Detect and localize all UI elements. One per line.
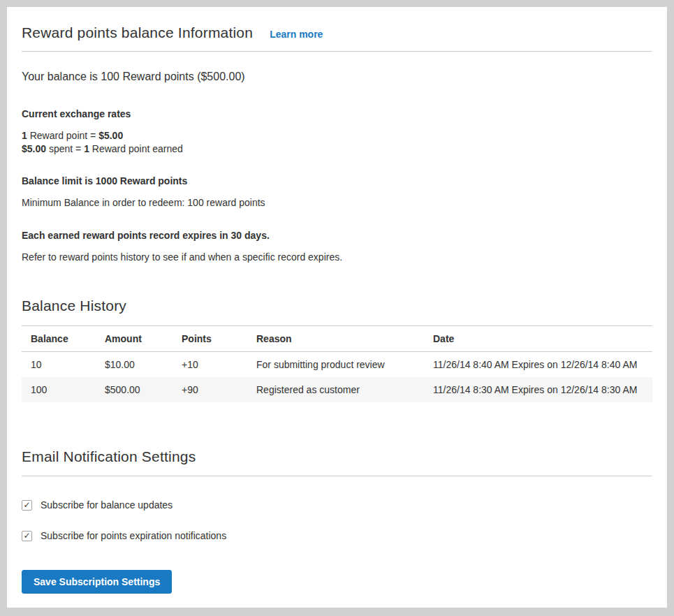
balance-limit-text: Balance limit is 1000 Reward points — [22, 175, 652, 186]
column-header-amount: Amount — [96, 326, 173, 352]
exchange-rates: 1 Reward point = $5.00 $5.00 spent = 1 R… — [22, 129, 652, 156]
spend-rate-points: 1 — [84, 143, 89, 154]
cell-date: 11/26/14 8:30 AM Expires on 12/26/14 8:3… — [424, 377, 652, 402]
reward-points-panel: Reward points balance Information Learn … — [7, 7, 667, 608]
spend-rate-suffix: Reward point earned — [89, 143, 183, 154]
cell-reason: Registered as customer — [247, 377, 424, 402]
expiration-heading: Each earned reward points record expires… — [22, 230, 652, 241]
column-header-balance: Balance — [22, 326, 96, 352]
table-header-row: Balance Amount Points Reason Date — [22, 326, 652, 352]
subscribe-expiration-notifications-option[interactable]: ✓ Subscribe for points expiration notifi… — [22, 530, 652, 541]
subscribe-expiration-notifications-checkbox[interactable]: ✓ — [22, 531, 32, 541]
page-title-row: Reward points balance Information Learn … — [22, 24, 652, 52]
checkmark-icon: ✓ — [23, 531, 30, 540]
cell-balance: 10 — [22, 352, 96, 378]
checkmark-icon: ✓ — [23, 501, 30, 509]
subscribe-balance-updates-checkbox[interactable]: ✓ — [22, 500, 32, 511]
cell-amount: $10.00 — [96, 352, 173, 378]
earn-rate-middle: Reward point = — [27, 130, 98, 141]
min-balance-text: Minimum Balance in order to redeem: 100 … — [22, 197, 652, 208]
table-row: 100 $500.00 +90 Registered as customer 1… — [22, 377, 652, 402]
spend-rate-middle: spent = — [46, 143, 84, 154]
email-settings-title: Email Notification Settings — [22, 448, 652, 465]
subscribe-balance-updates-label: Subscribe for balance updates — [41, 499, 173, 511]
cell-points: +10 — [173, 352, 247, 378]
table-row: 10 $10.00 +10 For submitting product rev… — [22, 352, 652, 378]
cell-balance: 100 — [22, 377, 96, 402]
page-title: Reward points balance Information — [22, 24, 253, 41]
exchange-rates-heading: Current exchange rates — [22, 108, 652, 119]
cell-points: +90 — [173, 377, 247, 402]
learn-more-link[interactable]: Learn more — [270, 29, 323, 40]
spend-rate-amount: $5.00 — [22, 143, 46, 154]
column-header-reason: Reason — [247, 326, 424, 352]
earn-rate-line: 1 Reward point = $5.00 — [22, 129, 652, 142]
subscribe-expiration-notifications-label: Subscribe for points expiration notifica… — [41, 530, 226, 541]
subscribe-balance-updates-option[interactable]: ✓ Subscribe for balance updates — [22, 499, 652, 511]
column-header-points: Points — [173, 326, 247, 352]
earn-rate-points: 1 — [22, 130, 27, 141]
save-subscription-settings-button[interactable]: Save Subscription Settings — [22, 570, 172, 594]
cell-amount: $500.00 — [96, 377, 173, 402]
balance-history-title: Balance History — [22, 298, 652, 314]
cell-date: 11/26/14 8:40 AM Expires on 12/26/14 8:4… — [424, 352, 652, 378]
page-frame: Reward points balance Information Learn … — [0, 0, 674, 616]
cell-reason: For submitting product review — [247, 352, 424, 378]
balance-summary: Your balance is 100 Reward points ($500.… — [22, 71, 652, 83]
email-settings-header: Email Notification Settings — [22, 448, 652, 476]
expiration-note: Refer to reward points history to see if… — [22, 251, 652, 263]
spend-rate-line: $5.00 spent = 1 Reward point earned — [22, 142, 652, 156]
balance-history-header: Balance History — [22, 298, 652, 325]
balance-history-table: Balance Amount Points Reason Date 10 $10… — [22, 325, 652, 402]
earn-rate-amount: $5.00 — [98, 130, 123, 141]
column-header-date: Date — [424, 326, 652, 352]
